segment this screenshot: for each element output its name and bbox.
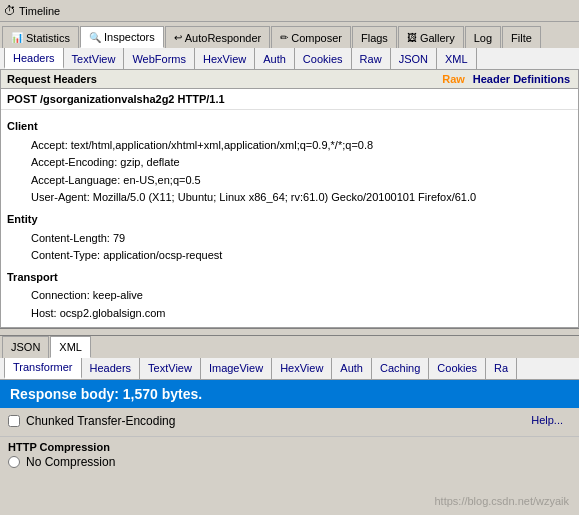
request-line: POST /gsorganizationvalsha2g2 HTTP/1.1: [1, 89, 578, 110]
response-options: Chunked Transfer-Encoding Help...: [0, 408, 579, 437]
subtab-raw[interactable]: Raw: [352, 48, 391, 69]
subtab-headers[interactable]: Headers: [4, 48, 64, 69]
help-link[interactable]: Help...: [531, 414, 563, 426]
bottom-subtab-textview[interactable]: TextView: [140, 358, 201, 379]
group-entity: Entity: [7, 211, 572, 229]
chunked-row: Chunked Transfer-Encoding Help...: [8, 414, 571, 430]
tab-log[interactable]: Log: [465, 26, 501, 48]
header-accept: Accept: text/html,application/xhtml+xml,…: [7, 137, 572, 155]
bottom-tab-xml[interactable]: XML: [50, 336, 91, 358]
tab-autoresponder[interactable]: ↩ AutoResponder: [165, 26, 270, 48]
statistics-icon: 📊: [11, 32, 23, 43]
header-accept-language: Accept-Language: en-US,en;q=0.5: [7, 172, 572, 190]
subtab-hexview[interactable]: HexView: [195, 48, 255, 69]
group-transport: Transport: [7, 269, 572, 287]
watermark: https://blog.csdn.net/wzyaik: [434, 495, 569, 507]
gallery-icon: 🖼: [407, 32, 417, 43]
composer-icon: ✏: [280, 32, 288, 43]
bottom-subtab-headers[interactable]: Headers: [82, 358, 141, 379]
main-tab-bar: 📊 Statistics 🔍 Inspectors ↩ AutoResponde…: [0, 22, 579, 48]
subtab-textview[interactable]: TextView: [64, 48, 125, 69]
no-compression-row: No Compression: [8, 455, 571, 469]
tab-gallery[interactable]: 🖼 Gallery: [398, 26, 464, 48]
tab-inspectors[interactable]: 🔍 Inspectors: [80, 26, 164, 48]
header-connection: Connection: keep-alive: [7, 287, 572, 305]
inspector-sub-tab-bar: Headers TextView WebForms HexView Auth C…: [0, 48, 579, 70]
request-headers-header: Request Headers Raw Header Definitions: [1, 70, 578, 89]
header-user-agent: User-Agent: Mozilla/5.0 (X11; Ubuntu; Li…: [7, 189, 572, 207]
response-banner: Response body: 1,570 bytes.: [0, 380, 579, 408]
request-headers-section: Request Headers Raw Header Definitions P…: [0, 70, 579, 328]
subtab-webforms[interactable]: WebForms: [124, 48, 195, 69]
bottom-subtab-caching[interactable]: Caching: [372, 358, 429, 379]
bottom-tab-bar-2: Transformer Headers TextView ImageView H…: [0, 358, 579, 380]
raw-button[interactable]: Raw: [440, 73, 467, 85]
request-headers-title: Request Headers: [7, 73, 97, 85]
tab-filter[interactable]: Filte: [502, 26, 541, 48]
header-content-type: Content-Type: application/ocsp-request: [7, 247, 572, 265]
header-host: Host: ocsp2.globalsign.com: [7, 305, 572, 323]
bottom-subtab-imageview[interactable]: ImageView: [201, 358, 272, 379]
subtab-json[interactable]: JSON: [391, 48, 437, 69]
headers-body: Client Accept: text/html,application/xht…: [1, 110, 578, 327]
no-compression-label: No Compression: [26, 455, 115, 469]
subtab-cookies[interactable]: Cookies: [295, 48, 352, 69]
section-divider: [0, 328, 579, 336]
bottom-subtab-cookies[interactable]: Cookies: [429, 358, 486, 379]
subtab-xml[interactable]: XML: [437, 48, 477, 69]
response-banner-text: Response body: 1,570 bytes.: [10, 386, 202, 402]
bottom-subtab-auth[interactable]: Auth: [332, 358, 372, 379]
header-content-length: Content-Length: 79: [7, 230, 572, 248]
no-compression-radio[interactable]: [8, 456, 20, 468]
chunked-checkbox[interactable]: [8, 415, 20, 427]
subtab-auth[interactable]: Auth: [255, 48, 295, 69]
timeline-icon: ⏱: [4, 4, 16, 18]
http-compression-section: HTTP Compression No Compression: [0, 437, 579, 475]
tab-flags[interactable]: Flags: [352, 26, 397, 48]
group-client: Client: [7, 118, 572, 136]
header-definitions-button[interactable]: Header Definitions: [471, 73, 572, 85]
bottom-tab-bar-1: JSON XML: [0, 336, 579, 358]
tab-composer[interactable]: ✏ Composer: [271, 26, 351, 48]
bottom-subtab-raw[interactable]: Ra: [486, 358, 517, 379]
autoresponder-icon: ↩: [174, 32, 182, 43]
inspectors-icon: 🔍: [89, 32, 101, 43]
header-accept-encoding: Accept-Encoding: gzip, deflate: [7, 154, 572, 172]
bottom-subtab-hexview[interactable]: HexView: [272, 358, 332, 379]
bottom-subtab-transformer[interactable]: Transformer: [4, 358, 82, 379]
compression-label: HTTP Compression: [8, 441, 571, 453]
tab-statistics[interactable]: 📊 Statistics: [2, 26, 79, 48]
toolbar-timeline-label: Timeline: [19, 5, 60, 17]
chunked-checkbox-row: Chunked Transfer-Encoding: [8, 414, 175, 428]
bottom-tab-json[interactable]: JSON: [2, 336, 49, 358]
chunked-label: Chunked Transfer-Encoding: [26, 414, 175, 428]
top-toolbar: ⏱ Timeline: [0, 0, 579, 22]
header-actions: Raw Header Definitions: [440, 73, 572, 85]
